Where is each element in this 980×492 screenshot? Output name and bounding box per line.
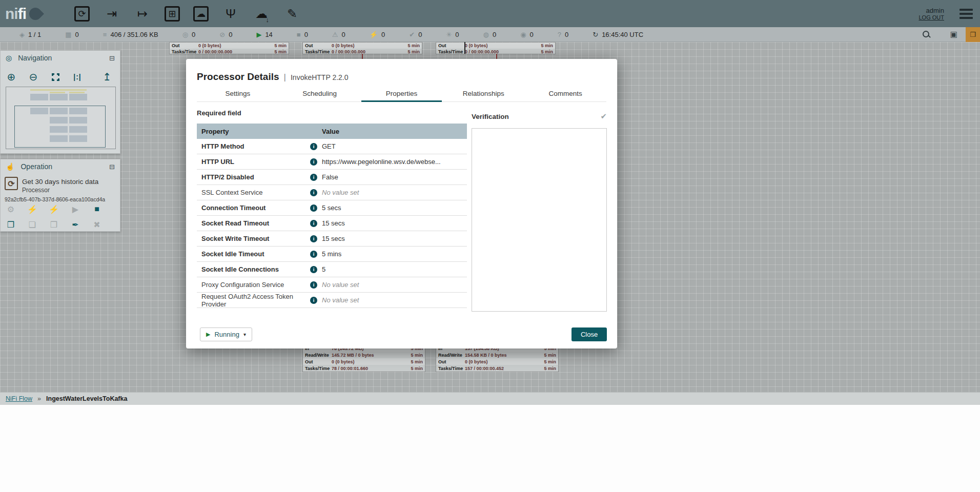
info-icon[interactable]: i <box>310 143 317 150</box>
status-item: ◎ 0 <box>182 31 196 38</box>
property-row[interactable]: Socket Write Timeout i 15 secs <box>197 231 467 247</box>
selected-component-id: 92a2cfb5-407b-337d-8606-eaca100acd4a <box>5 196 105 202</box>
info-icon[interactable]: i <box>310 235 317 242</box>
user-box: admin LOG OUT <box>918 7 944 20</box>
property-row[interactable]: i No value set <box>197 308 467 312</box>
disable-icon[interactable]: ⚡ <box>49 204 59 214</box>
operation-actions-row1: ⚙⚡⚡▶■ <box>6 204 102 214</box>
status-count: 0 <box>192 31 195 38</box>
delete-icon[interactable]: ✖ <box>92 220 102 230</box>
process-group-icon[interactable]: ⊞ <box>165 6 180 22</box>
info-icon[interactable]: i <box>310 251 317 258</box>
info-icon[interactable]: i <box>310 220 317 227</box>
label-icon[interactable]: ✎ <box>283 5 301 23</box>
status-item: ◈ 1 / 1 <box>19 31 41 38</box>
status-count: 0 <box>455 31 459 38</box>
remote-process-group-icon[interactable]: ☁ <box>193 6 209 22</box>
property-value: No value set <box>320 189 467 196</box>
info-icon[interactable]: i <box>310 189 317 196</box>
property-row[interactable]: Socket Idle Connections i 5 <box>197 262 467 277</box>
property-row[interactable]: Request OAuth2 Access Token Provider i N… <box>197 293 467 308</box>
paste-icon[interactable]: ❏ <box>27 220 37 230</box>
selected-component-type: Processor <box>22 187 50 194</box>
info-icon[interactable]: i <box>310 174 317 181</box>
search-icon[interactable] <box>923 31 930 38</box>
selected-tool-button[interactable]: ❒ <box>966 27 980 42</box>
logo-text-ni: ni <box>5 5 18 23</box>
info-icon[interactable]: i <box>310 297 317 304</box>
property-row[interactable]: HTTP Method i GET <box>197 139 467 154</box>
collapse-icon[interactable]: ⊟ <box>109 163 115 171</box>
nifi-app: nifi ⟳ ⇥ ↦ ⊞ ☁ Ψ ☁↓ ✎ admin <box>0 0 980 492</box>
property-row[interactable]: Proxy Configuration Service i No value s… <box>197 277 467 293</box>
output-port-icon[interactable]: ↦ <box>134 5 151 23</box>
processor-stats-box[interactable]: Out0 (0 bytes)5 minTasks/Time0 / 00:00:0… <box>302 42 422 54</box>
processor-stats-box[interactable]: In157 (154.38 KB)5 minRead/Write154.58 K… <box>436 344 559 372</box>
configure-icon[interactable]: ⚙ <box>6 204 16 214</box>
component-toolbar: ⟳ ⇥ ↦ ⊞ ☁ Ψ ☁↓ ✎ <box>74 5 301 23</box>
dialog-tab[interactable]: Scheduling <box>279 86 361 101</box>
info-icon[interactable]: i <box>310 312 317 313</box>
close-button[interactable]: Close <box>571 327 607 341</box>
stop-icon[interactable]: ■ <box>92 204 102 214</box>
property-row[interactable]: Socket Read Timeout i 15 secs <box>197 216 467 231</box>
property-row[interactable]: HTTP/2 Disabled i False <box>197 170 467 185</box>
refresh-icon[interactable]: ↻ <box>593 31 598 38</box>
processor-stats-box[interactable]: Out0 (0 bytes)5 minTasks/Time0 / 00:00:0… <box>169 42 289 54</box>
info-icon[interactable]: i <box>310 158 317 166</box>
dialog-tab[interactable]: Relationships <box>442 86 524 101</box>
flow-capture-icon[interactable]: ▣ <box>950 30 957 39</box>
dialog-tab[interactable]: Properties <box>361 86 443 101</box>
minimap[interactable] <box>6 87 116 149</box>
property-name: Socket Read Timeout <box>201 219 269 227</box>
hand-icon: ☝ <box>6 162 14 171</box>
zoom-out-button[interactable]: ⊖ <box>28 71 39 83</box>
global-menu-icon[interactable] <box>959 9 973 19</box>
operation-title: Operation <box>21 162 109 171</box>
info-icon[interactable]: i <box>310 204 317 212</box>
app-header: nifi ⟳ ⇥ ↦ ⊞ ☁ Ψ ☁↓ ✎ admin <box>0 0 980 27</box>
property-row[interactable]: Socket Idle Timeout i 5 mins <box>197 247 467 262</box>
actual-size-button[interactable]: |:| <box>72 71 83 83</box>
info-icon[interactable]: i <box>310 281 317 289</box>
funnel-icon[interactable]: Ψ <box>222 5 239 23</box>
minimap-viewport[interactable] <box>14 106 106 148</box>
verify-check-icon[interactable]: ✔ <box>600 112 607 121</box>
status-count: 0 <box>75 31 79 38</box>
operation-actions-row2: ❐❏❒✒✖ <box>6 220 102 230</box>
stat-row: Out0 (0 bytes)5 min <box>436 43 555 49</box>
dialog-title-row: Processor Details | InvokeHTTP 2.2.0 <box>197 71 349 83</box>
verification-results-box <box>472 128 607 312</box>
property-row[interactable]: Connection Timeout i 5 secs <box>197 200 467 216</box>
processor-icon[interactable]: ⟳ <box>74 6 90 22</box>
collapse-icon[interactable]: ⊟ <box>109 54 115 62</box>
color-icon[interactable]: ✒ <box>70 220 80 230</box>
fit-icon <box>52 73 59 81</box>
status-item: ✳ 0 <box>446 31 459 38</box>
start-icon[interactable]: ▶ <box>70 204 80 214</box>
processor-stats-box[interactable]: In78 (145.72 MB)5 minRead/Write145.72 MB… <box>302 344 425 372</box>
processor-stats-box[interactable]: Out0 (0 bytes)5 minTasks/Time0 / 00:00:0… <box>436 42 556 54</box>
info-icon[interactable]: i <box>310 266 317 273</box>
property-row[interactable]: HTTP URL i https://www.pegelonline.wsv.d… <box>197 154 467 170</box>
status-item: ⊘ 0 <box>219 31 232 38</box>
breadcrumb-root-link[interactable]: NiFi Flow <box>6 395 32 402</box>
status-item: ≡ 406 / 351.06 KB <box>103 31 158 38</box>
property-row[interactable]: SSL Context Service i No value set <box>197 185 467 200</box>
run-state-button[interactable]: ▶ Running ▾ <box>200 327 252 341</box>
zoom-in-button[interactable]: ⊕ <box>6 71 17 83</box>
dialog-tab[interactable]: Settings <box>197 86 279 101</box>
template-icon[interactable]: ☁↓ <box>253 5 270 23</box>
pan-up-button[interactable]: ↥ <box>101 71 113 83</box>
zoom-fit-button[interactable] <box>50 71 61 83</box>
value-column-header: Value <box>320 128 467 135</box>
group-icon[interactable]: ❒ <box>49 220 59 230</box>
input-port-icon[interactable]: ⇥ <box>103 5 120 23</box>
dialog-tab[interactable]: Comments <box>524 86 606 101</box>
copy-icon[interactable]: ❐ <box>6 220 16 230</box>
navigation-buttons: ⊕ ⊖ |:| ↥ <box>1 65 120 83</box>
enable-icon[interactable]: ⚡ <box>27 204 37 214</box>
status-count: 0 <box>342 31 345 38</box>
logo-text-fi: fi <box>18 5 26 23</box>
logout-link[interactable]: LOG OUT <box>918 14 944 20</box>
